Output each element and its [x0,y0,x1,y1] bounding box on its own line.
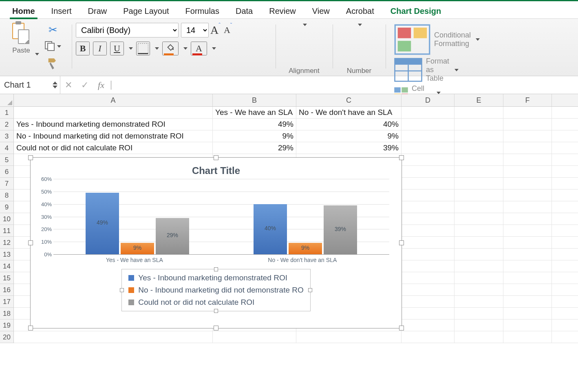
conditional-formatting-button[interactable]: Conditional Formatting [394,23,480,56]
select-all-corner[interactable] [0,94,14,106]
alignment-menu-caret[interactable] [303,24,307,26]
row-header-12[interactable]: 12 [0,237,13,249]
cell-D20[interactable] [402,331,454,343]
cell-F11[interactable] [503,225,552,236]
font-color-button[interactable]: A [191,42,207,55]
cell-D14[interactable] [402,260,454,272]
cell-A3[interactable]: No - Inbound marketing did not demonstra… [14,130,213,142]
format-as-table-button[interactable]: Format as Table [394,56,459,84]
cell-E7[interactable] [454,178,503,189]
row-header-5[interactable]: 5 [0,154,13,166]
row-header-15[interactable]: 15 [0,272,13,284]
chart-resize-handle-nw[interactable] [28,155,33,160]
copy-menu-caret[interactable] [57,45,61,48]
name-box-spinner[interactable] [53,81,57,88]
spreadsheet-grid[interactable]: ABCDEF 1234567891011121314151617181920 Y… [0,94,578,343]
cell-E15[interactable] [454,272,503,284]
number-format-button[interactable] [355,23,363,27]
cell-D13[interactable] [402,249,454,260]
chart-bar[interactable]: 39% [324,205,357,254]
enter-formula-button[interactable]: ✓ [77,80,93,90]
number-menu-caret[interactable] [358,24,362,26]
cell-E19[interactable] [454,319,503,331]
cell-D11[interactable] [402,225,454,236]
cell-F20[interactable] [503,331,552,343]
chart-resize-handle-sw[interactable] [28,326,33,330]
row-header-7[interactable]: 7 [0,178,13,189]
cell-F12[interactable] [503,237,552,248]
cell-D18[interactable] [402,308,454,319]
cell-C20[interactable] [296,331,402,343]
fill-color-button[interactable] [162,42,179,55]
cell-D16[interactable] [402,284,454,295]
row-header-1[interactable]: 1 [0,107,13,119]
cell-D17[interactable] [402,296,454,307]
row-header-3[interactable]: 3 [0,130,13,142]
cut-button[interactable]: ✂ [48,23,58,37]
cell-F14[interactable] [503,260,552,272]
cell-D6[interactable] [402,166,454,177]
cell-D4[interactable] [402,142,454,154]
cell-F3[interactable] [503,130,552,142]
cell-D12[interactable] [402,237,454,248]
cell-F16[interactable] [503,284,552,295]
embedded-chart[interactable]: Chart Title0%10%20%30%40%50%60%49%9%29%4… [30,157,402,328]
row-header-6[interactable]: 6 [0,166,13,178]
cell-E5[interactable] [454,154,503,165]
cell-F17[interactable] [503,296,552,307]
cell-F10[interactable] [503,213,552,225]
cell-E8[interactable] [454,189,503,201]
legend-resize-handle[interactable] [214,309,218,313]
row-header-2[interactable]: 2 [0,119,13,130]
chart-resize-handle-w[interactable] [28,240,33,245]
borders-button[interactable] [136,42,150,55]
row-header-16[interactable]: 16 [0,284,13,296]
cell-D19[interactable] [402,319,454,331]
cell-C4[interactable]: 39% [296,142,402,154]
chart-bar[interactable]: 49% [86,193,119,254]
cell-E2[interactable] [454,119,503,130]
fill-color-menu-caret[interactable] [183,47,188,50]
chart-bar[interactable]: 40% [254,204,287,254]
font-color-menu-caret[interactable] [212,47,216,50]
row-header-13[interactable]: 13 [0,249,13,260]
cell-E20[interactable] [454,331,503,343]
legend-resize-handle[interactable] [308,288,312,292]
ribbon-tab-acrobat[interactable]: Acrobat [338,3,382,18]
row-header-17[interactable]: 17 [0,296,13,308]
cell-E3[interactable] [454,130,503,142]
chart-legend-item[interactable]: Could not or did not calculate ROI [128,296,304,308]
column-header-B[interactable]: B [213,94,296,106]
cell-D10[interactable] [402,213,454,225]
cell-E10[interactable] [454,213,503,225]
cell-B3[interactable]: 9% [213,130,296,142]
column-header-D[interactable]: D [402,94,454,106]
cell-E11[interactable] [454,225,503,236]
copy-button[interactable] [44,40,62,53]
cell-F9[interactable] [503,201,552,213]
cell-D1[interactable] [402,107,454,118]
ribbon-tab-insert[interactable]: Insert [43,3,80,18]
column-header-A[interactable]: A [14,94,213,106]
cell-C1[interactable]: No - We don't have an SLA [296,107,402,118]
cell-B2[interactable]: 49% [213,119,296,130]
cancel-formula-button[interactable]: ✕ [60,80,77,90]
increase-font-button[interactable]: Aˆ [209,24,222,37]
cell-D3[interactable] [402,130,454,142]
cell-E18[interactable] [454,308,503,319]
chart-bar[interactable]: 29% [156,218,189,254]
cell-B4[interactable]: 29% [213,142,296,154]
alignment-button[interactable] [300,23,308,27]
column-header-F[interactable]: F [503,94,552,106]
paste-menu-caret[interactable] [35,53,39,55]
row-header-14[interactable]: 14 [0,260,13,272]
chart-resize-handle-n[interactable] [214,155,218,160]
ribbon-tab-view[interactable]: View [304,3,338,18]
cell-E12[interactable] [454,237,503,248]
cell-F15[interactable] [503,272,552,284]
cell-D2[interactable] [402,119,454,130]
ribbon-tab-chart-design[interactable]: Chart Design [382,3,449,18]
row-header-10[interactable]: 10 [0,213,13,225]
cell-F6[interactable] [503,166,552,177]
ribbon-tab-draw[interactable]: Draw [80,3,115,18]
